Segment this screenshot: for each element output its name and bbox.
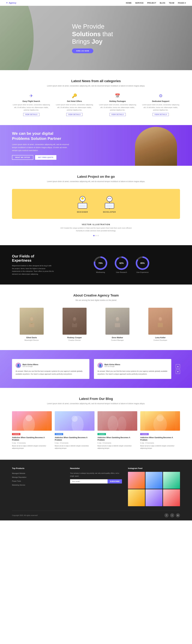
news-card-cta-2[interactable]: VIEW DETAILS [66,113,82,116]
nav-project[interactable]: PROJECT [147,2,156,4]
instagram-thumb-6[interactable] [163,489,180,506]
blog-post-4-image [140,411,180,431]
nav-home[interactable]: HOME [126,2,132,4]
newsletter-subscribe-button[interactable]: SUBSCRIBE [108,479,122,484]
team-title: About Creative Agency Team [12,294,180,298]
blog-post-1-tag: FASHION [12,433,20,435]
instagram-thumb-3[interactable] [163,472,180,489]
blog-post-2-title: Addiction When Gambling Becomes A Proble… [55,436,94,442]
nav-blog[interactable]: BLOG [160,2,165,4]
hotel-icon: 🔑 [55,93,94,98]
blog-title: Latest From Our Blog [12,397,180,401]
blog-grid: FASHION Addiction When Gambling Becomes … [12,411,180,451]
team-subtitle: We are among the best digital studios on… [12,299,180,302]
testimonial-navigation: ▲ ▼ [176,364,180,374]
dot-3[interactable] [98,235,99,236]
svg-point-34 [157,414,164,422]
team-member-lena: Lena Keller Content Developer [141,308,180,341]
instagram-thumb-4[interactable] [128,489,145,506]
hero-content: We Provide Solutions that Brings Joy HIR… [72,23,113,53]
promo-banner: We can be your digital Problems Solution… [0,125,192,166]
svg-point-1 [81,197,84,200]
footer-col-newsletter: Newsletter Your privacy is always top pr… [70,467,122,506]
blog-subtitle: Lorem ipsum dolor sit amet, consectetur … [12,402,180,405]
news-card-cta-1[interactable]: VIEW DETAILS [23,113,39,116]
dot-2[interactable] [95,235,97,236]
latest-project-section: Latest Project on the go Lorem ipsum dol… [0,166,192,245]
promo-free-quote-button[interactable]: GET FREE QUOTE [35,155,56,160]
developer-illustration [102,195,117,210]
svg-rect-3 [79,204,86,207]
instagram-thumb-2[interactable] [145,472,162,489]
brand-icon: ✦ [6,2,8,4]
news-card-title-3: Holiday Packages [98,100,137,102]
linkedin-icon[interactable]: in [176,513,180,518]
news-card-cta-4[interactable]: VIEW DETAILS [153,113,169,116]
lena-role: Content Developer [141,339,180,341]
newsletter-email-input[interactable] [70,479,108,484]
support-icon: ⚙ [141,93,180,98]
wireframing-circle: 79% [94,256,107,270]
blog-post-3-tag: FASHION [98,433,106,435]
testimonial-2-avatar: 👤 Mark Alvina Wiens CEO at Google [98,362,168,368]
user-research-value: 92% [116,258,127,268]
lena-name: Lena Keller [141,336,180,339]
team-section: About Creative Agency Team We are among … [0,284,192,350]
instagram-thumb-1[interactable] [128,472,145,489]
wireframing-value: 79% [95,258,106,268]
testimonial-2-name: Mark Alvina Wiens [105,364,120,366]
footer-copyright: Copyright 2020. All rights reserved! [12,514,38,516]
twitter-icon[interactable]: t [170,513,174,518]
blog-post-4: FASHION Addiction When Gambling Becomes … [140,411,180,451]
project-desc-title: VECTOR ILLUSTRATION [12,223,180,226]
chart-user-research: 92% User Research [115,256,128,273]
svg-point-7 [110,198,111,199]
svg-rect-9 [106,204,113,207]
hero-headline: We Provide Solutions that Brings Joy [72,23,113,45]
designer-label: DESIGNER [75,211,90,213]
blog-img-4-content [140,411,180,431]
news-card-title-1: Easy Flight Search [12,100,51,102]
promo-what-we-offer-button[interactable]: WHAT WE OFFER [12,155,33,160]
blog-post-2-tag: FASHION [55,433,63,435]
svg-point-18 [116,317,119,320]
testimonial-1-identity: Mark Alvina Wiens CEO at Google [23,364,38,367]
hero-cta-button[interactable]: HIRE US NOW [72,48,93,53]
testimonial-1-title: CEO at Google [23,366,38,367]
nav-pages[interactable]: PAGES ▾ [178,2,186,4]
footer-newsletter-title: Newsletter [70,467,122,470]
blog-post-4-tag: FASHION [140,433,149,435]
testimonial-prev-button[interactable]: ▲ [176,364,180,368]
promo-title: We can be your digital Problems Solution… [12,131,72,141]
lena-photo [148,308,172,335]
expertise-description: Maperiment believe is often designed all… [12,264,54,276]
ethel-photo [20,308,44,335]
blog-post-2-image [55,411,94,431]
blog-img-1-content [12,411,52,431]
navbar: ✦ Agency HOME SERVICE PROJECT BLOG TEAM … [0,0,192,6]
chart-user-experience: 85% User Experience [136,256,149,273]
news-card-cta-3[interactable]: VIEW DETAILS [110,113,126,116]
flight-icon: ✈ [12,93,51,98]
testimonial-1-avatar-image: 👤 [16,362,21,368]
news-card-hotel: 🔑 Get Hotel Offers Lorem ipsum dolor sit… [55,93,94,116]
news-card-support: ⚙ Dedicated Support Lorem ipsum dolor si… [141,93,180,116]
instagram-thumb-5[interactable] [145,489,162,506]
testimonial-2-avatar-image: 👤 [98,362,103,368]
blog-post-1-meta: 5 July · 0 Comments [12,442,52,444]
footer-grid: Top Products Managed Website Manage Repu… [12,467,180,506]
team-grid: Ethel Davis Meaningful Director Rodney C… [12,308,180,341]
facebook-icon[interactable]: f [164,513,169,518]
blog-img-2-content [55,411,94,431]
blog-post-3-excerpt: Basse ad ad ut culpa si deleniti volupte… [98,445,137,450]
testimonial-next-button[interactable]: ▼ [176,370,180,374]
promo-person-image [135,127,177,166]
dora-name: Dora Walker [98,336,137,339]
nav-service[interactable]: SERVICE [135,2,144,4]
nav-team[interactable]: TEAM [169,2,174,4]
expertise-section: Our Fields of Expertness Maperiment beli… [0,245,192,284]
news-card-desc-2: Lorem ipsum dolor sit amet, consectetur … [55,104,94,112]
project-developer: DEVELOPER [102,195,117,213]
promo-content: We can be your digital Problems Solution… [12,131,72,160]
dot-1[interactable] [93,235,94,236]
